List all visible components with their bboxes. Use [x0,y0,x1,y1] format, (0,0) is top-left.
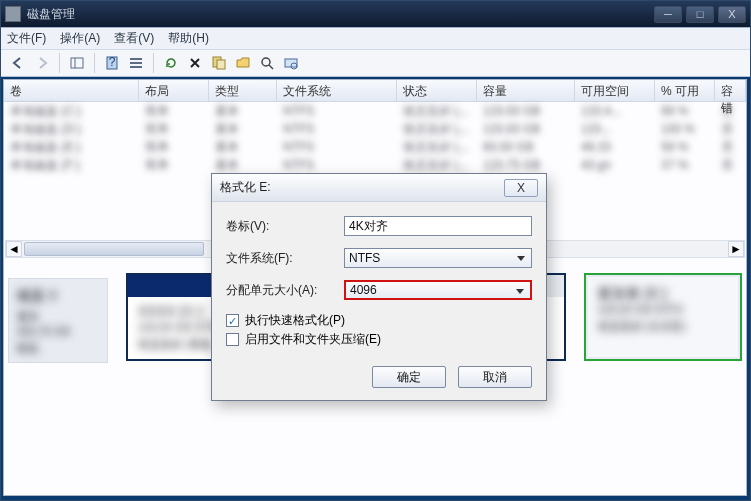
panel-icon[interactable] [66,52,88,74]
table-row[interactable]: 本地磁盘 (D:) 简单 基本 NTFS 状态良好 (... 120.00 GB… [4,120,746,138]
back-icon[interactable] [7,52,29,74]
svg-rect-0 [71,58,83,68]
svg-line-10 [269,65,273,69]
quick-format-label: 执行快速格式化(P) [245,312,345,329]
col-volume[interactable]: 卷 [4,80,139,101]
col-capacity[interactable]: 容量 [477,80,575,101]
compression-checkbox[interactable] [226,333,239,346]
col-percent[interactable]: % 可用 [655,80,715,101]
help-icon[interactable]: ? [101,52,123,74]
compression-label: 启用文件和文件夹压缩(E) [245,331,381,348]
svg-rect-8 [217,60,225,69]
volume-label-input[interactable]: 4K对齐 [344,216,532,236]
ok-button[interactable]: 确定 [372,366,446,388]
maximize-button[interactable]: □ [686,6,714,23]
open-folder-icon[interactable] [232,52,254,74]
label-filesystem: 文件系统(F): [226,250,344,267]
col-layout[interactable]: 布局 [139,80,209,101]
scroll-thumb[interactable] [24,242,204,256]
disk-explorer-icon[interactable] [280,52,302,74]
allocation-unit-dropdown[interactable]: 4096 [344,280,532,300]
filesystem-dropdown[interactable]: NTFS [344,248,532,268]
titlebar: 磁盘管理 ─ □ X [1,1,750,27]
toolbar: ? [1,49,750,77]
magnify-icon[interactable] [256,52,278,74]
label-volume: 卷标(V): [226,218,344,235]
table-row[interactable]: 本地磁盘 (F:) 简单 基本 NTFS 状态良好 (... 120.75 GB… [4,156,746,174]
forward-icon[interactable] [31,52,53,74]
menu-file[interactable]: 文件(F) [7,30,46,47]
window-title: 磁盘管理 [27,6,654,23]
dialog-title: 格式化 E: [220,179,504,196]
disk-summary-block[interactable]: 磁盘 0 基本 465.76 GB 联机 [8,278,108,363]
delete-icon[interactable] [184,52,206,74]
scroll-right-icon[interactable]: ► [728,241,744,257]
quick-format-checkbox[interactable] [226,314,239,327]
cancel-button[interactable]: 取消 [458,366,532,388]
col-status[interactable]: 状态 [397,80,477,101]
table-row[interactable]: 本地磁盘 (E:) 简单 基本 NTFS 状态良好 (... 80.00 GB … [4,138,746,156]
scroll-left-icon[interactable]: ◄ [6,241,22,257]
menu-help[interactable]: 帮助(H) [168,30,209,47]
list-icon[interactable] [125,52,147,74]
svg-point-9 [262,58,270,66]
svg-rect-5 [130,62,142,64]
dialog-titlebar: 格式化 E: X [212,174,546,202]
format-dialog: 格式化 E: X 卷标(V): 4K对齐 文件系统(F): NTFS 分配单元大… [211,173,547,401]
grid-header: 卷 布局 类型 文件系统 状态 容量 可用空间 % 可用 容错 [4,80,746,102]
menu-view[interactable]: 查看(V) [114,30,154,47]
svg-rect-4 [130,58,142,60]
menu-action[interactable]: 操作(A) [60,30,100,47]
col-free[interactable]: 可用空间 [575,80,655,101]
close-button[interactable]: X [718,6,746,23]
dialog-close-button[interactable]: X [504,179,538,197]
col-faults[interactable]: 容错 [715,80,746,101]
col-filesystem[interactable]: 文件系统 [277,80,397,101]
col-type[interactable]: 类型 [209,80,277,101]
properties-icon[interactable] [208,52,230,74]
disk-mgmt-icon [5,6,21,22]
svg-text:?: ? [109,55,116,69]
table-row[interactable]: 本地磁盘 (C:) 简单 基本 NTFS 状态良好 (... 120.00 GB… [4,102,746,120]
label-allocation-unit: 分配单元大小(A): [226,282,344,299]
minimize-button[interactable]: ─ [654,6,682,23]
menubar: 文件(F) 操作(A) 查看(V) 帮助(H) [1,27,750,49]
disk-management-window: 磁盘管理 ─ □ X 文件(F) 操作(A) 查看(V) 帮助(H) ? 卷 布… [0,0,751,501]
grid-body: 本地磁盘 (C:) 简单 基本 NTFS 状态良好 (... 120.00 GB… [4,102,746,174]
svg-rect-6 [130,66,142,68]
partition-block-2[interactable]: 新加卷 (E:) 120.00 GB NTFS 状态良好 (主分区) [584,273,742,361]
refresh-icon[interactable] [160,52,182,74]
